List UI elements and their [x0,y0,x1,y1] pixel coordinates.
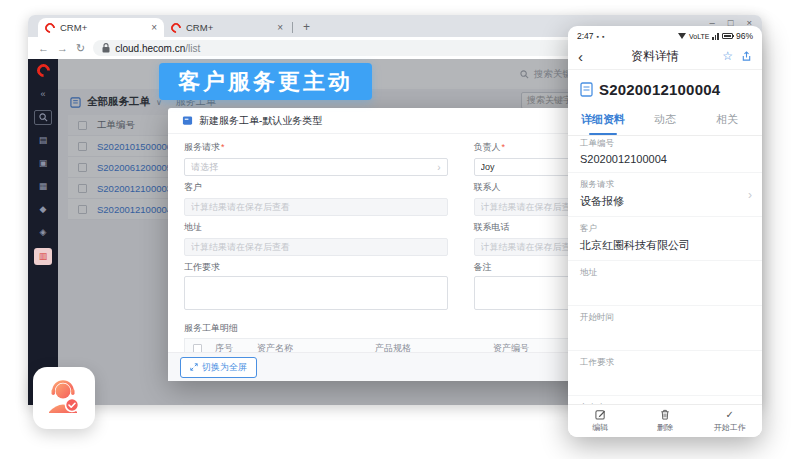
document-icon [182,115,193,126]
field-service-request: 服务请求* › [184,141,448,176]
field-label: 客户 [580,223,750,235]
field-label: 工作要求 [580,357,750,369]
field-label: 工作要求 [184,261,448,274]
tab-details[interactable]: 详细资料 [572,106,634,135]
column-header: 资产名称 [251,342,369,353]
details-select-all-checkbox[interactable] [193,344,202,353]
reload-button[interactable]: ↻ [76,43,85,54]
field-label: 服务请求 [580,179,750,191]
search-icon[interactable] [34,110,52,125]
record-id-row: S2020012100004 [568,70,762,106]
action-label: 开始工作 [714,422,746,433]
field-service-request[interactable]: 服务请求 设备报修 › [568,173,762,217]
detail-fields: 工单编号 S2020012100004 服务请求 设备报修 › 客户 北京红圈科… [568,132,762,404]
back-icon[interactable]: ‹ [578,48,598,65]
hecom-logo-icon [34,61,52,79]
start-work-button[interactable]: ✓ 开始工作 [697,405,762,437]
field-address: 地址 [568,261,762,306]
fullscreen-toggle-button[interactable]: 切换为全屏 [180,357,257,378]
action-label: 删除 [657,422,673,433]
battery-icon [722,33,733,39]
field-value: 北京红圈科技有限公司 [580,238,750,253]
required-mark: * [221,142,225,152]
field-owner[interactable]: 负责人 李鹏 › [568,396,762,404]
tab-close-icon[interactable]: × [277,22,283,33]
delete-button[interactable]: 删除 [633,405,698,437]
modal-title: 新建服务工单-默认业务类型 [199,114,322,128]
work-request-textarea[interactable] [184,276,448,310]
wifi-icon [678,33,686,39]
document-icon [580,82,593,97]
tab-title: CRM+ [186,22,272,33]
app-sidebar: « ▤ ▣ ▦ ◆ ◈ ▥ [28,59,58,405]
field-customer: 客户 北京红圈科技有限公司 [568,217,762,261]
field-order-no: 工单编号 S2020012100004 [568,132,762,173]
phone-mockup: 2:47 ▪ ▪ VoLTE 96% ‹ 资料详情 ☆ S20200121000… [568,26,762,437]
field-value [580,372,750,380]
tab-activity[interactable]: 动态 [634,106,696,135]
forward-button[interactable]: → [57,43,68,54]
tab-related[interactable]: 相关 [696,106,758,135]
battery-percent: 96% [736,31,753,41]
url-host: cloud.hecom.cn [115,43,185,54]
notification-icon: ▪ [602,33,604,40]
new-tab-button[interactable]: + [303,20,310,34]
column-header: 序号 [209,342,251,353]
browser-tab-1[interactable]: CRM+ × [38,18,164,37]
back-button[interactable]: ← [38,43,49,54]
field-customer: 客户 [184,181,448,216]
scan-icon[interactable]: ◈ [34,225,52,240]
field-address: 地址 [184,221,448,256]
phone-nav-bar: ‹ 资料详情 ☆ [568,43,762,70]
promo-banner: 客户服务更主动 [159,63,372,100]
signal-icon [712,33,719,40]
tab-separator [292,22,293,33]
field-label: 负责人 [474,142,501,152]
trash-icon [660,409,670,420]
service-request-select[interactable] [184,158,448,176]
favorite-star-icon[interactable]: ☆ [722,49,733,63]
edit-icon [595,409,606,420]
app-module-icon[interactable]: ▣ [34,156,52,171]
field-label: 地址 [184,221,448,234]
support-agent-icon [44,378,84,418]
customer-input [184,198,448,216]
app-module-icon[interactable]: ▦ [34,179,52,194]
field-value: 设备报修 [580,194,750,209]
action-label: 编辑 [592,422,608,433]
field-label: 地址 [580,267,750,279]
browser-tab-2[interactable]: CRM+ × [164,18,290,37]
tab-close-icon[interactable]: × [151,22,157,33]
tab-title: CRM+ [60,22,146,33]
lock-icon [102,43,110,53]
page-title: 资料详情 [598,48,712,65]
crm-logo-icon [43,20,57,34]
edit-button[interactable]: 编辑 [568,405,633,437]
required-mark: * [502,142,506,152]
service-ticket-icon[interactable]: ▥ [34,248,52,265]
field-work-request: 工作要求 [184,261,448,314]
field-label: 工单编号 [580,138,750,150]
field-value [580,327,750,335]
column-header: 产品规格 [369,342,487,353]
volte-label: VoLTE [689,33,710,40]
field-start-time: 开始时间 [568,306,762,351]
url-path: /list [185,43,200,54]
collapse-icon[interactable]: « [34,87,52,102]
customer-service-widget[interactable] [33,367,95,429]
gem-icon[interactable]: ◆ [34,202,52,217]
chevron-right-icon: › [748,188,752,202]
phone-action-bar: 编辑 删除 ✓ 开始工作 [568,404,762,437]
status-time: 2:47 [577,31,594,41]
field-label: 客户 [184,181,448,194]
record-id: S2020012100004 [599,81,720,98]
check-icon: ✓ [725,410,733,420]
field-label: 开始时间 [580,312,750,324]
phone-status-bar: 2:47 ▪ ▪ VoLTE 96% [568,26,762,43]
share-icon[interactable] [741,51,752,62]
field-value [580,282,750,290]
field-label: 服务请求 [184,142,220,152]
organization-icon[interactable]: ▤ [34,133,52,148]
field-value: S2020012100004 [580,153,750,165]
expand-icon [190,363,198,371]
